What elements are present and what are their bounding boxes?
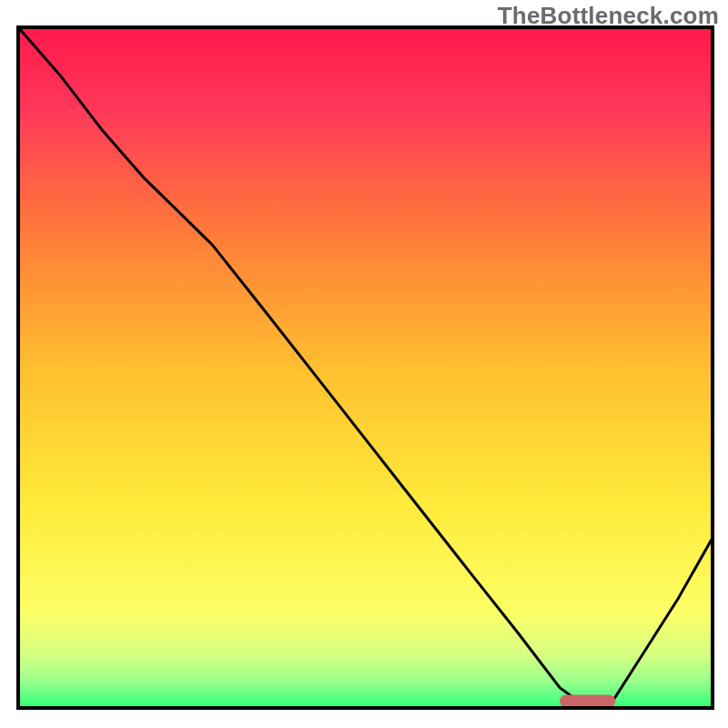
plot-background	[18, 27, 713, 708]
plot-svg	[0, 0, 728, 728]
optimal-marker	[560, 695, 615, 708]
watermark-label: TheBottleneck.com	[498, 2, 719, 30]
chart-container: TheBottleneck.com	[0, 0, 728, 728]
